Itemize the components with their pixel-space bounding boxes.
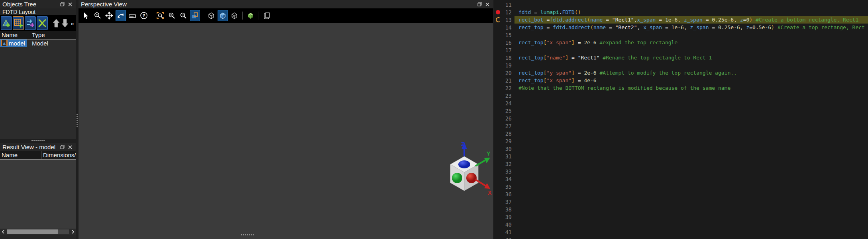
editor-line-22[interactable]: 22#Note that the BOTTOM rectangle is mod… xyxy=(494,84,868,92)
code-text[interactable] xyxy=(515,236,868,239)
breakpoint-gutter[interactable] xyxy=(494,115,502,122)
add-monitor-button[interactable] xyxy=(25,16,36,30)
editor-line-37[interactable]: 37 xyxy=(494,198,868,205)
code-text[interactable] xyxy=(515,99,868,107)
zoom-extents-icon[interactable] xyxy=(155,10,165,21)
type-column-header[interactable]: Type xyxy=(30,31,76,39)
float-panel-icon[interactable] xyxy=(476,1,483,8)
code-text[interactable] xyxy=(515,221,868,228)
editor-line-41[interactable]: 41 xyxy=(494,228,868,236)
code-text[interactable] xyxy=(515,183,868,190)
add-analysis-button[interactable] xyxy=(37,16,48,30)
breakpoint-gutter[interactable] xyxy=(494,39,502,46)
scrollbar-thumb[interactable] xyxy=(7,229,58,234)
zoom-in-icon[interactable] xyxy=(167,10,177,21)
breakpoint-gutter[interactable] xyxy=(494,236,502,239)
code-text[interactable] xyxy=(515,175,868,183)
close-panel-icon[interactable] xyxy=(67,1,73,8)
toolbar-overflow-chevron[interactable]: » xyxy=(70,20,75,27)
editor-line-25[interactable]: 25 xyxy=(494,107,868,115)
breakpoint-gutter[interactable] xyxy=(494,24,502,31)
breakpoint-gutter[interactable] xyxy=(494,8,502,16)
script-editor[interactable]: 1112fdtd = lumapi.FDTD()13rect_bot =fdtd… xyxy=(494,0,868,239)
editor-lines[interactable]: 1112fdtd = lumapi.FDTD()13rect_bot =fdtd… xyxy=(494,1,868,239)
editor-line-28[interactable]: 28 xyxy=(494,130,868,137)
code-text[interactable] xyxy=(515,92,868,99)
close-panel-icon[interactable] xyxy=(67,144,73,150)
close-panel-icon[interactable] xyxy=(484,1,491,8)
float-panel-icon[interactable] xyxy=(59,1,65,8)
breakpoint-gutter[interactable] xyxy=(494,145,502,152)
breakpoint-gutter[interactable] xyxy=(494,61,502,69)
editor-line-24[interactable]: 24 xyxy=(494,99,868,107)
code-text[interactable] xyxy=(515,213,868,221)
code-text[interactable] xyxy=(515,1,868,8)
code-text[interactable]: rect_top["x span"] = 4e-6 xyxy=(515,77,868,84)
panel-splitter-handle[interactable] xyxy=(240,234,254,236)
panel-splitter-handle[interactable] xyxy=(31,140,45,142)
code-text[interactable]: #Note that the BOTTOM rectangle is modif… xyxy=(515,84,868,92)
code-text[interactable] xyxy=(515,198,868,205)
breakpoint-gutter[interactable] xyxy=(494,99,502,107)
selected-row-highlight[interactable]: model xyxy=(0,40,27,47)
breakpoint-gutter[interactable] xyxy=(494,54,502,61)
editor-line-40[interactable]: 40 xyxy=(494,221,868,228)
editor-line-18[interactable]: 18rect_top["name"] = "Rect1" #Rename the… xyxy=(494,54,868,61)
pan-tool-icon[interactable] xyxy=(104,10,114,21)
breakpoint-gutter[interactable] xyxy=(494,130,502,137)
name-column-header[interactable]: Name xyxy=(0,151,41,159)
breakpoint-gutter[interactable] xyxy=(494,84,502,92)
editor-line-23[interactable]: 23 xyxy=(494,92,868,99)
code-text[interactable] xyxy=(515,31,868,39)
code-text[interactable] xyxy=(515,190,868,198)
editor-line-19[interactable]: 19 xyxy=(494,61,868,69)
breakpoint-icon[interactable] xyxy=(496,10,500,14)
code-text[interactable] xyxy=(515,145,868,152)
breakpoint-gutter[interactable] xyxy=(494,183,502,190)
editor-line-17[interactable]: 17 xyxy=(494,46,868,54)
editor-line-20[interactable]: 20rect_top["y span"] = 2e-6 #Attempt to … xyxy=(494,69,868,77)
breakpoint-gutter[interactable] xyxy=(494,46,502,54)
editor-line-35[interactable]: 35 xyxy=(494,183,868,190)
panel-splitter-handle[interactable] xyxy=(76,113,78,127)
editor-line-31[interactable]: 31 xyxy=(494,152,868,160)
editor-line-32[interactable]: 32 xyxy=(494,160,868,168)
code-text[interactable] xyxy=(515,61,868,69)
move-up-button[interactable] xyxy=(52,18,60,28)
editor-line-16[interactable]: 16rect_top["x span"] = 2e-6 #expand the … xyxy=(494,39,868,46)
code-text[interactable] xyxy=(515,107,868,115)
breakpoint-gutter[interactable] xyxy=(494,175,502,183)
breakpoint-gutter[interactable] xyxy=(494,213,502,221)
editor-line-21[interactable]: 21rect_top["x span"] = 4e-6 xyxy=(494,77,868,84)
code-text[interactable] xyxy=(515,46,868,54)
code-text[interactable] xyxy=(515,228,868,236)
add-structure-button[interactable] xyxy=(1,16,12,30)
breakpoint-gutter[interactable] xyxy=(494,122,502,130)
breakpoint-gutter[interactable] xyxy=(494,31,502,39)
code-text[interactable] xyxy=(515,168,868,175)
code-text[interactable] xyxy=(515,137,868,145)
editor-line-13[interactable]: 13rect_bot =fdtd.addrect(name = "Rect1",… xyxy=(494,16,868,24)
editor-line-34[interactable]: 34 xyxy=(494,175,868,183)
breakpoint-gutter[interactable] xyxy=(494,160,502,168)
code-text[interactable] xyxy=(515,160,868,168)
code-text[interactable] xyxy=(515,122,868,130)
editor-line-27[interactable]: 27 xyxy=(494,122,868,130)
code-text[interactable]: rect_top = fdtd.addrect(name = "Rect2", … xyxy=(515,24,868,31)
name-column-header[interactable]: Name xyxy=(0,31,30,39)
editor-line-11[interactable]: 11 xyxy=(494,1,868,8)
code-text[interactable]: rect_top["y span"] = 2e-6 #Attempt to mo… xyxy=(515,69,868,77)
scroll-left-icon[interactable] xyxy=(0,229,6,235)
add-simulation-button[interactable] xyxy=(13,16,24,30)
breakpoint-gutter[interactable] xyxy=(494,69,502,77)
editor-line-33[interactable]: 33 xyxy=(494,168,868,175)
editor-line-26[interactable]: 26 xyxy=(494,115,868,122)
breakpoint-gutter[interactable] xyxy=(494,228,502,236)
editor-line-14[interactable]: 14rect_top = fdtd.addrect(name = "Rect2"… xyxy=(494,24,868,31)
breakpoint-gutter[interactable] xyxy=(494,16,502,24)
breakpoint-gutter[interactable] xyxy=(494,221,502,228)
editor-line-38[interactable]: 38 xyxy=(494,205,868,213)
view-overlay-icon[interactable] xyxy=(190,10,200,21)
editor-line-39[interactable]: 39 xyxy=(494,213,868,221)
select-arrow-icon[interactable] xyxy=(81,10,91,21)
